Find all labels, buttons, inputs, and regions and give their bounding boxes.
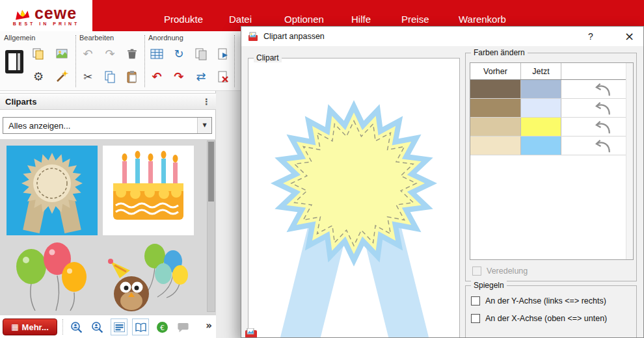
clipart-thumb-balloons[interactable] [7, 240, 98, 312]
flip-icon: ⇄ [196, 71, 206, 83]
reset-color-button[interactable] [589, 81, 616, 98]
page-overview-button[interactable] [3, 48, 25, 75]
color-table-scrollbar[interactable] [626, 63, 633, 259]
mirror-x-option[interactable]: An der X-Achse (oben <=> unten) [471, 314, 607, 323]
toolbar-group-label: Anordnung [148, 34, 183, 42]
mirror-x-checkbox[interactable] [471, 314, 480, 323]
dialog-title-bar[interactable]: Clipart anpassen ? × [241, 27, 643, 46]
delete-button[interactable] [122, 44, 142, 64]
delete-page-button[interactable] [213, 67, 233, 86]
reset-color-button[interactable] [589, 118, 616, 136]
delete-page-icon [217, 70, 230, 83]
menu-item-hilfe[interactable]: Hilfe [351, 14, 371, 25]
menu-item-produkte[interactable]: Produkte [164, 14, 203, 25]
mirror-group-label: Spiegeln [471, 281, 507, 290]
dialog-help-button[interactable]: ? [588, 31, 593, 42]
search-person-button-2[interactable] [88, 318, 105, 335]
trash-icon [126, 48, 138, 60]
clipart-thumb-owl[interactable] [103, 240, 194, 312]
color-row [470, 99, 633, 118]
document-icon [5, 50, 23, 73]
dialog-title: Clipart anpassen [263, 32, 325, 41]
book-view-button[interactable] [132, 318, 149, 335]
change-colors-group: Farben ändern Vorher Jetzt [465, 53, 637, 281]
clipart-scrollbar[interactable] [207, 140, 215, 312]
layout-list-button[interactable] [111, 318, 127, 335]
toolbar-separator [144, 35, 145, 87]
flip-button[interactable]: ⇄ [191, 67, 211, 86]
scrollbar-thumb[interactable] [208, 142, 214, 202]
clipart-thumb-rosette[interactable] [7, 146, 98, 235]
veredelung-checkbox[interactable] [472, 266, 481, 276]
price-button[interactable]: € [154, 318, 170, 335]
panel-menu-icon[interactable]: ⋮ [202, 98, 211, 106]
rotate-right-red-button[interactable]: ↷ [169, 67, 189, 86]
toolbar-separator [234, 35, 235, 87]
redo-button[interactable]: ↷ [100, 44, 120, 64]
undo-button[interactable]: ↶ [78, 44, 98, 64]
color-swatch-before[interactable] [470, 118, 521, 136]
undo-arrow-icon [593, 101, 612, 116]
magic-wand-button[interactable] [52, 67, 72, 86]
rotate-button[interactable]: ↻ [169, 44, 189, 64]
menu-item-preise[interactable]: Preise [401, 14, 429, 25]
reset-color-button[interactable] [589, 137, 616, 155]
app-window: cewe BEST IN PRINT Produkte Datei Option… [0, 0, 644, 338]
copy-button[interactable] [100, 67, 120, 86]
chevron-down-icon[interactable]: ▼ [197, 118, 211, 133]
search-person-button[interactable] [68, 318, 85, 335]
color-table: Vorher Jetzt [470, 62, 634, 260]
color-table-header: Vorher Jetzt [470, 63, 633, 80]
save-button[interactable] [29, 44, 48, 64]
euro-icon: € [156, 321, 168, 333]
color-swatch-after[interactable] [521, 136, 561, 155]
clipart-thumb-cake[interactable] [103, 146, 194, 235]
color-swatch-before[interactable] [470, 99, 521, 117]
veredelung-option: Veredelung [472, 266, 528, 276]
color-swatch-before[interactable] [470, 136, 521, 155]
color-swatch-before[interactable] [470, 80, 521, 98]
speech-bubble-icon [177, 321, 189, 333]
mirror-y-option[interactable]: An der Y-Achse (links <=> rechts) [471, 296, 606, 306]
color-row [470, 80, 633, 99]
cut-button[interactable]: ✂ [78, 67, 98, 86]
logo-text: cewe [34, 6, 77, 20]
settings-button[interactable]: ⚙ [29, 67, 48, 86]
rotate-left-red-button[interactable]: ↶ [147, 67, 167, 86]
replace-clipart-icon[interactable] [245, 328, 258, 338]
undo-arrow-icon [593, 138, 612, 154]
cliparts-panel: Cliparts ⋮ Alles anzeigen... ▼ [0, 91, 216, 338]
scissors-icon: ✂ [83, 72, 92, 83]
search-person-icon [70, 321, 83, 333]
color-swatch-after[interactable] [521, 99, 561, 117]
color-swatch-after[interactable] [521, 80, 561, 98]
dropdown-value: Alles anzeigen... [8, 121, 70, 131]
image-icon [55, 47, 68, 60]
cewe-logo: cewe BEST IN PRINT [0, 0, 92, 31]
menu-item-datei[interactable]: Datei [229, 14, 252, 25]
save-pages-icon [32, 47, 45, 60]
page-forward-button[interactable] [213, 44, 233, 64]
clipart-filter-dropdown[interactable]: Alles anzeigen... ▼ [3, 117, 212, 134]
comment-button[interactable] [174, 318, 191, 335]
mehr-button[interactable]: ▦ Mehr... [3, 318, 57, 335]
mirror-y-label: An der Y-Achse (links <=> rechts) [485, 296, 606, 306]
expand-panel-button[interactable]: » [206, 321, 212, 331]
insert-image-button[interactable] [52, 44, 72, 64]
grid-icon [150, 47, 163, 60]
menu-item-optionen[interactable]: Optionen [284, 14, 324, 25]
dialog-close-button[interactable]: × [624, 31, 634, 42]
grid-button[interactable] [147, 44, 167, 64]
undo-arrow-icon [593, 82, 612, 98]
reset-color-button[interactable] [589, 99, 616, 117]
menu-item-warenkorb[interactable]: Warenkorb [459, 14, 506, 25]
clipart-grid [0, 139, 216, 315]
paste-button[interactable] [122, 67, 142, 86]
panel-bottom-bar: ▦ Mehr... [0, 315, 216, 338]
arrange-pages-button[interactable] [191, 44, 211, 64]
copy-icon [103, 70, 116, 83]
undo-arrow-icon [593, 120, 612, 135]
color-swatch-after[interactable] [521, 118, 561, 136]
mirror-y-checkbox[interactable] [471, 296, 480, 306]
rosette-inner-star [283, 112, 425, 254]
